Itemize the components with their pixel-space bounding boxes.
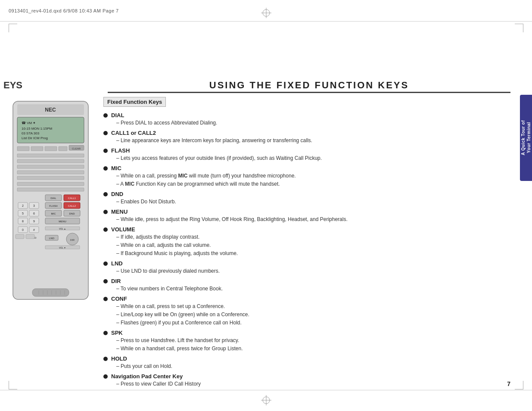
desc-line: Line appearance keys are Intercom keys f…: [116, 137, 513, 144]
desc-line: Flashes (green) if you put a Conference …: [116, 319, 513, 327]
svg-rect-22: [17, 182, 84, 186]
desc-line: A MIC Function Key can be programmed whi…: [116, 180, 513, 188]
content-area: Fixed Function Keys DIALPress DIAL to ac…: [103, 97, 513, 372]
item-desc: Press DIAL to access Abbreviated Dialing…: [116, 119, 513, 127]
item-content: MICWhile on a call, pressing MIC will mu…: [111, 165, 513, 188]
desc-line: To view numbers in Central Telephone Boo…: [116, 285, 513, 293]
item-title: CONF: [111, 296, 127, 302]
item-desc: Press to view Caller ID Call History: [116, 380, 513, 388]
svg-text:10-15 MON  1:15PM: 10-15 MON 1:15PM: [22, 127, 52, 131]
svg-text:VOL ▲: VOL ▲: [59, 227, 66, 230]
bullet-icon: [103, 357, 108, 361]
item-desc: While on a call, pressing MIC will mute …: [116, 172, 513, 188]
svg-text:CALL2: CALL2: [68, 205, 76, 207]
desc-line: Line/Loop key will be On (green) while o…: [116, 311, 513, 318]
right-tab: A Quick Tour of Your Terminal: [520, 95, 532, 181]
bullet-icon: [103, 192, 108, 196]
item-title: SPK: [111, 330, 123, 336]
bullet-icon: [103, 279, 108, 283]
bullet-icon: [103, 210, 108, 214]
left-section-label: EYS: [0, 80, 22, 91]
item-title: LND: [111, 260, 123, 267]
desc-line: Press DIAL to access Abbreviated Dialing…: [116, 119, 513, 127]
desc-line: While on a call, press to set up a Confe…: [116, 302, 513, 310]
item-desc: To view numbers in Central Telephone Boo…: [116, 285, 513, 293]
item-title: Navigation Pad Center Key: [111, 373, 183, 380]
desc-line: If Background Music is playing, adjusts …: [116, 249, 513, 257]
item-desc: Line appearance keys are Intercom keys f…: [116, 137, 513, 144]
svg-rect-20: [17, 171, 84, 174]
desc-line: Press to view Caller ID Call History: [116, 380, 513, 388]
svg-text:CALL1: CALL1: [68, 197, 76, 199]
bullet-icon: [103, 262, 108, 266]
item-content: LNDUse LND to dial previously dialed num…: [111, 260, 513, 275]
section-heading: Fixed Function Keys: [103, 97, 166, 107]
svg-rect-14: [31, 146, 43, 151]
bottom-line: [0, 390, 532, 390]
svg-text:3: 3: [33, 204, 35, 207]
phone-svg: NEC ☎ VM ✦ 10-15 MON 1:15PM 03 STA 303 L…: [9, 99, 93, 306]
svg-text:8: 8: [22, 220, 24, 223]
svg-text:DND: DND: [69, 212, 75, 215]
corner-crop-tr: [515, 24, 523, 32]
item-title: DND: [111, 191, 123, 197]
bullet-icon: [103, 227, 108, 232]
svg-text:CLEAR: CLEAR: [72, 147, 81, 150]
item-desc: Puts your call on Hold.: [116, 362, 513, 370]
bullet-icon: [103, 166, 108, 171]
desc-line: Lets you access features of your outside…: [116, 154, 513, 162]
svg-text:DIAL: DIAL: [50, 197, 56, 199]
list-item: MENUWhile idle, press to adjust the Ring…: [103, 209, 513, 224]
page-title: Using The Fixed Function Keys: [108, 80, 510, 91]
svg-text:2: 2: [22, 204, 24, 207]
svg-rect-17: [17, 154, 84, 157]
svg-text:VOL ▼: VOL ▼: [59, 246, 66, 249]
svg-text:DIR: DIR: [70, 239, 75, 241]
item-title: CALL1 or CALL2: [111, 130, 156, 136]
item-content: MENUWhile idle, press to adjust the Ring…: [111, 209, 513, 224]
desc-line: Puts your call on Hold.: [116, 362, 513, 370]
item-content: HOLDPuts your call on Hold.: [111, 355, 513, 371]
item-title: VOLUME: [111, 226, 135, 233]
item-title: MENU: [111, 209, 128, 215]
item-content: SPKPress to use Handsfree. Lift the hand…: [111, 330, 513, 353]
svg-rect-19: [17, 165, 84, 168]
bullet-icon: [103, 374, 108, 379]
svg-rect-23: [17, 188, 84, 191]
page-title-underline: [108, 92, 510, 93]
item-desc: Lets you access features of your outside…: [116, 154, 513, 162]
svg-text:☎ VM ✦: ☎ VM ✦: [22, 121, 36, 125]
list-item: CALL1 or CALL2Line appearance keys are I…: [103, 130, 513, 145]
item-desc: While idle, press to adjust the Ring Vol…: [116, 215, 513, 223]
item-content: DNDEnables Do Not Disturb.: [111, 191, 513, 206]
svg-rect-18: [17, 159, 84, 163]
corner-crop-bl: [9, 381, 17, 389]
bullet-icon: [103, 331, 108, 335]
desc-line: While on a call, pressing MIC will mute …: [116, 172, 513, 180]
svg-text:MIC: MIC: [51, 212, 56, 215]
item-content: DIALPress DIAL to access Abbreviated Dia…: [111, 112, 513, 127]
item-desc: If idle, adjusts the display contrast.Wh…: [116, 233, 513, 257]
desc-line: Enables Do Not Disturb.: [116, 198, 513, 206]
svg-rect-13: [17, 146, 29, 151]
phone-illustration: NEC ☎ VM ✦ 10-15 MON 1:15PM 03 STA 303 L…: [9, 99, 97, 306]
item-title: MIC: [111, 165, 121, 171]
reg-mark-bottom: [261, 395, 271, 407]
svg-text:9: 9: [33, 220, 35, 223]
bullet-icon: [103, 113, 108, 118]
item-title: DIAL: [111, 112, 124, 118]
desc-line: While on a handset call, press twice for…: [116, 345, 513, 352]
bullet-icon: [103, 297, 108, 301]
desc-line: Use LND to dial previously dialed number…: [116, 267, 513, 275]
item-title: FLASH: [111, 147, 130, 154]
svg-text:6: 6: [33, 212, 35, 215]
svg-rect-61: [26, 234, 34, 239]
item-content: FLASHLets you access features of your ou…: [111, 147, 513, 162]
bullet-icon: [103, 149, 108, 153]
svg-text:MENU: MENU: [59, 220, 66, 223]
item-content: DIRTo view numbers in Central Telephone …: [111, 278, 513, 293]
svg-text:FLASH: FLASH: [49, 205, 57, 207]
svg-text:0: 0: [22, 228, 24, 231]
item-desc: While on a call, press to set up a Confe…: [116, 302, 513, 327]
item-desc: Enables Do Not Disturb.: [116, 198, 513, 206]
